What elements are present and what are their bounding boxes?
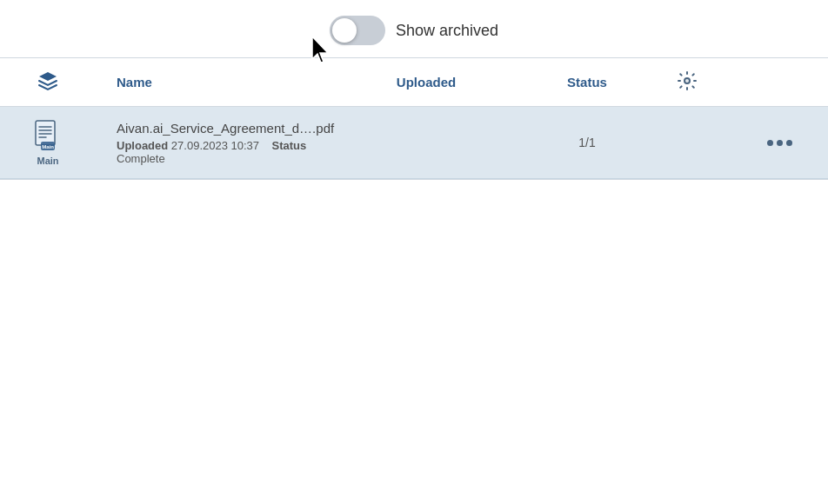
- more-dot-1: [767, 140, 773, 146]
- row-name-cell: Aivan.ai_Service_Agreement_d….pdf Upload…: [96, 107, 322, 179]
- show-archived-toggle-container: Show archived: [330, 16, 498, 45]
- show-archived-label: Show archived: [396, 22, 498, 40]
- doc-type-label: Main: [37, 156, 58, 166]
- col-name-header: Name: [96, 58, 322, 107]
- table-header-row: Name Uploaded Status: [0, 58, 828, 107]
- col-type-header: [0, 58, 96, 107]
- col-actions-header: [731, 58, 828, 107]
- col-status-header: Status: [531, 58, 644, 107]
- doc-icon: Main Main: [14, 119, 82, 166]
- documents-table: Name Uploaded Status: [0, 58, 828, 179]
- col-uploaded-header: Uploaded: [322, 58, 531, 107]
- row-uploaded-cell: [322, 107, 531, 179]
- row-actions-cell[interactable]: [731, 107, 828, 179]
- documents-table-wrapper: Name Uploaded Status: [0, 57, 828, 180]
- table-row: Main Main Aivan.ai_Service_Agreement_d….…: [0, 107, 828, 179]
- file-name: Aivan.ai_Service_Agreement_d….pdf: [117, 121, 308, 136]
- more-dot-3: [786, 140, 792, 146]
- svg-text:Main: Main: [42, 144, 54, 149]
- more-dot-2: [777, 140, 783, 146]
- col-settings-header: [644, 58, 731, 107]
- layers-icon: [37, 70, 58, 91]
- toggle-knob: [332, 18, 357, 43]
- row-status-cell: 1/1: [531, 107, 644, 179]
- top-bar: Show archived: [0, 0, 828, 57]
- document-icon-svg: Main: [32, 119, 63, 152]
- svg-rect-1: [36, 121, 55, 145]
- show-archived-toggle[interactable]: [330, 16, 385, 45]
- gear-icon[interactable]: [677, 70, 698, 91]
- file-meta: Uploaded 27.09.2023 10:37 Status Complet…: [117, 139, 308, 165]
- row-type-cell: Main Main: [0, 107, 96, 179]
- more-actions-button[interactable]: [745, 140, 814, 146]
- row-settings-cell: [644, 107, 731, 179]
- pages-value: 1/1: [578, 136, 595, 149]
